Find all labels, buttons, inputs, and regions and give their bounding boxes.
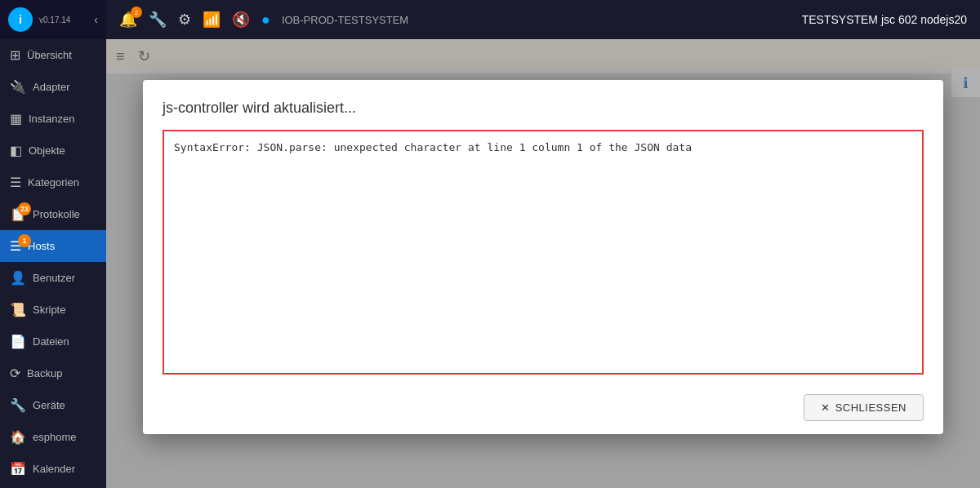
sidebar-item-benutzer[interactable]: 👤 Benutzer [0,262,106,294]
bell-badge: 2 [131,7,142,18]
objekte-icon: ◧ [10,143,22,158]
sidebar-item-label: Skripte [33,304,65,316]
sidebar-item-label: Instanzen [29,113,74,125]
sidebar-item-label: Backup [27,367,62,379]
sidebar-item-esphome[interactable]: 🏠 esphome [0,421,106,453]
dateien-icon: 📄 [10,334,26,349]
sidebar-item-label: Objekte [29,144,65,157]
sidebar-item-label: Benutzer [33,272,75,284]
backup-icon: ⟳ [10,366,20,381]
sidebar-item-label: Adapter [33,81,70,93]
skripte-icon: 📜 [10,302,26,317]
sidebar-toggle[interactable]: ‹ [94,13,98,26]
sidebar-item-protokolle[interactable]: 📋 Protokolle 23 [0,198,106,230]
signal-icon[interactable]: 📶 [203,11,220,29]
prod-label: IOB-PROD-TESTSYSTEM [282,14,408,26]
sidebar-item-hosts[interactable]: ☰ Hosts 1 [0,230,106,262]
sidebar-item-label: Hosts [28,240,55,252]
adapter-icon: 🔌 [10,79,26,95]
sidebar-header: i v0.17.14 ‹ [0,0,106,39]
dialog-error-text: SyntaxError: JSON.parse: unexpected char… [174,141,692,153]
sidebar-item-label: Übersicht [27,49,72,61]
dialog: js-controller wird aktualisiert... Synta… [143,80,943,434]
sidebar-item-kalender[interactable]: 📅 Kalender [0,453,106,485]
sidebar-item-kategorien[interactable]: ☰ Kategorien [0,166,106,198]
uebersicht-icon: ⊞ [10,47,20,63]
mute-icon[interactable]: 🔇 [232,11,250,29]
kalender-icon: 📅 [10,461,26,477]
sidebar-version: v0.17.14 [39,16,70,24]
instanzen-icon: ▦ [10,111,22,126]
esphome-icon: 🏠 [10,429,26,445]
sidebar-item-label: esphome [33,431,76,443]
iob-logo-icon: ● [261,11,270,29]
content-area: ≡ ↻ ℹ js-controller wird aktualisiert...… [106,39,980,488]
wrench-icon[interactable]: 🔧 [149,11,167,29]
sidebar-item-skripte[interactable]: 📜 Skripte [0,294,106,326]
main-area: 🔔 2 🔧 ⚙ 📶 🔇 ● IOB-PROD-TESTSYSTEM TESTSY… [106,0,980,488]
close-label: SCHLIESSEN [835,401,906,414]
sidebar-item-geraete[interactable]: 🔧 Geräte [0,389,106,421]
sidebar-item-adapter[interactable]: 🔌 Adapter [0,71,106,103]
sidebar: i v0.17.14 ‹ ⊞ Übersicht 🔌 Adapter ▦ Ins… [0,0,106,488]
dialog-error-body: SyntaxError: JSON.parse: unexpected char… [163,130,924,375]
sidebar-item-instanzen[interactable]: ▦ Instanzen [0,103,106,135]
topbar: 🔔 2 🔧 ⚙ 📶 🔇 ● IOB-PROD-TESTSYSTEM TESTSY… [106,0,980,39]
dialog-title: js-controller wird aktualisiert... [163,100,924,117]
kategorien-icon: ☰ [10,175,21,190]
topbar-icons: 🔔 2 🔧 ⚙ 📶 🔇 ● IOB-PROD-TESTSYSTEM [119,11,789,29]
dialog-footer: ✕ SCHLIESSEN [163,388,924,421]
benutzer-icon: 👤 [10,270,26,286]
topbar-title: TESTSYSTEM jsc 602 nodejs20 [802,13,967,26]
sidebar-item-objekte[interactable]: ◧ Objekte [0,135,106,166]
sidebar-item-label: Kalender [33,463,75,475]
sidebar-item-label: Dateien [33,335,69,348]
sidebar-item-label: Kategorien [28,176,79,189]
close-button[interactable]: ✕ SCHLIESSEN [804,394,924,421]
gear-icon[interactable]: ⚙ [178,11,191,29]
hosts-badge: 1 [18,234,31,247]
sidebar-logo: i [8,7,33,32]
sidebar-item-uebersicht[interactable]: ⊞ Übersicht [0,39,106,71]
bell-icon[interactable]: 🔔 2 [119,11,137,29]
sidebar-item-backup[interactable]: ⟳ Backup [0,357,106,389]
close-icon: ✕ [821,401,831,414]
sidebar-item-dateien[interactable]: 📄 Dateien [0,326,106,357]
protokolle-badge: 23 [18,202,31,215]
sidebar-item-label: Protokolle [33,208,80,220]
sidebar-item-label: Geräte [33,399,65,411]
geraete-icon: 🔧 [10,397,26,413]
dialog-overlay: js-controller wird aktualisiert... Synta… [106,39,980,488]
